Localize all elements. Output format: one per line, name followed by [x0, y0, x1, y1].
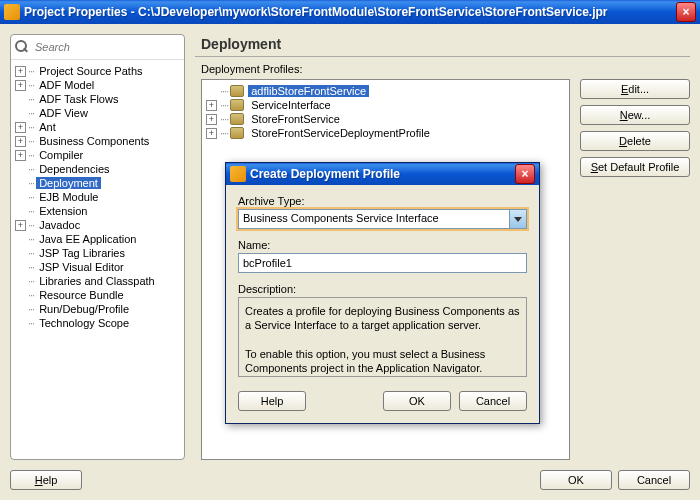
search-row [11, 35, 184, 60]
dialog-ok-button[interactable]: OK [383, 391, 451, 411]
name-input[interactable] [238, 253, 527, 273]
tree-item-label: Project Source Paths [36, 65, 145, 77]
expand-icon[interactable]: + [15, 220, 26, 231]
tree-item-label: ADF View [36, 107, 91, 119]
tree-item[interactable]: ···ADF View [13, 106, 182, 120]
delete-button[interactable]: Delete [580, 131, 690, 151]
expand-icon[interactable]: + [206, 128, 217, 139]
expand-icon[interactable]: + [15, 150, 26, 161]
expand-icon[interactable]: + [206, 114, 217, 125]
tree-item[interactable]: +···Business Components [13, 134, 182, 148]
tree-item[interactable]: ···Dependencies [13, 162, 182, 176]
profile-item[interactable]: +····StoreFrontService [206, 112, 565, 126]
set-default-profile-button[interactable]: Set Default Profile [580, 157, 690, 177]
tree-item-label: Resource Bundle [36, 289, 126, 301]
page-title: Deployment [195, 34, 690, 54]
tree-item-label: JSP Visual Editor [36, 261, 127, 273]
dialog-help-button[interactable]: Help [238, 391, 306, 411]
window-close-button[interactable]: × [676, 2, 696, 22]
tree-item-label: Javadoc [36, 219, 83, 231]
profile-label: adflibStoreFrontService [248, 85, 369, 97]
tree-item-label: ADF Model [36, 79, 97, 91]
search-icon [15, 39, 31, 55]
description-text: Creates a profile for deploying Business… [238, 297, 527, 377]
tree-item-label: Dependencies [36, 163, 112, 175]
archive-icon [230, 127, 244, 139]
search-input[interactable] [35, 41, 180, 53]
app-icon [4, 4, 20, 20]
dialog-icon [230, 166, 246, 182]
expand-icon[interactable]: + [206, 100, 217, 111]
tree-item-label: Java EE Application [36, 233, 139, 245]
expand-icon[interactable]: + [15, 80, 26, 91]
profile-item[interactable]: +····ServiceInterface [206, 98, 565, 112]
tree-item-label: ADF Task Flows [36, 93, 121, 105]
tree-item-label: Compiler [36, 149, 86, 161]
archive-type-label: Archive Type: [238, 195, 527, 207]
tree-item[interactable]: ···Extension [13, 204, 182, 218]
tree-item[interactable]: ···JSP Visual Editor [13, 260, 182, 274]
profile-label: StoreFrontService [248, 113, 343, 125]
tree-item-label: Business Components [36, 135, 152, 147]
edit-button[interactable]: Edit... [580, 79, 690, 99]
tree-item[interactable]: +···Project Source Paths [13, 64, 182, 78]
tree-item[interactable]: +···Compiler [13, 148, 182, 162]
tree-item[interactable]: ···JSP Tag Libraries [13, 246, 182, 260]
tree-item-label: Libraries and Classpath [36, 275, 158, 287]
tree-item[interactable]: ···Run/Debug/Profile [13, 302, 182, 316]
tree-item-label: Deployment [36, 177, 101, 189]
tree-item[interactable]: ···Technology Scope [13, 316, 182, 330]
tree-item[interactable]: ···Resource Bundle [13, 288, 182, 302]
expand-icon[interactable]: + [15, 66, 26, 77]
category-tree[interactable]: +···Project Source Paths+···ADF Model···… [11, 60, 184, 459]
archive-icon [230, 99, 244, 111]
category-tree-panel: +···Project Source Paths+···ADF Model···… [10, 34, 185, 460]
tree-item[interactable]: +···Ant [13, 120, 182, 134]
name-label: Name: [238, 239, 527, 251]
archive-icon [230, 113, 244, 125]
tree-item-label: Ant [36, 121, 59, 133]
profile-label: ServiceInterface [248, 99, 333, 111]
create-deployment-profile-dialog: Create Deployment Profile × Archive Type… [225, 162, 540, 424]
new-button[interactable]: New... [580, 105, 690, 125]
profile-label: StoreFrontServiceDeploymentProfile [248, 127, 433, 139]
tree-item-label: EJB Module [36, 191, 101, 203]
tree-item[interactable]: ···Libraries and Classpath [13, 274, 182, 288]
tree-item[interactable]: ···EJB Module [13, 190, 182, 204]
tree-item[interactable]: +···ADF Model [13, 78, 182, 92]
dialog-close-button[interactable]: × [515, 164, 535, 184]
window-title: Project Properties - C:\JDeveloper\mywor… [24, 5, 676, 19]
tree-item-label: Technology Scope [36, 317, 132, 329]
help-button[interactable]: Help [10, 470, 82, 490]
description-label: Description: [238, 283, 527, 295]
tree-item[interactable]: +···Javadoc [13, 218, 182, 232]
tree-item-label: Run/Debug/Profile [36, 303, 132, 315]
tree-item[interactable]: ···ADF Task Flows [13, 92, 182, 106]
ok-button[interactable]: OK [540, 470, 612, 490]
archive-type-value: Business Components Service Interface [239, 210, 509, 228]
tree-item[interactable]: ···Java EE Application [13, 232, 182, 246]
chevron-down-icon[interactable] [509, 210, 526, 228]
cancel-button[interactable]: Cancel [618, 470, 690, 490]
expand-icon[interactable]: + [15, 136, 26, 147]
profile-item[interactable]: +····StoreFrontServiceDeploymentProfile [206, 126, 565, 140]
expand-icon[interactable]: + [15, 122, 26, 133]
tree-item-label: JSP Tag Libraries [36, 247, 128, 259]
tree-item[interactable]: ···Deployment [13, 176, 182, 190]
window-titlebar: Project Properties - C:\JDeveloper\mywor… [0, 0, 700, 24]
tree-item-label: Extension [36, 205, 90, 217]
profile-item[interactable]: ····adflibStoreFrontService [206, 84, 565, 98]
dialog-cancel-button[interactable]: Cancel [459, 391, 527, 411]
archive-icon [230, 85, 244, 97]
dialog-title: Create Deployment Profile [250, 167, 515, 181]
profiles-label: Deployment Profiles: [195, 63, 690, 79]
archive-type-combo[interactable]: Business Components Service Interface [238, 209, 527, 229]
